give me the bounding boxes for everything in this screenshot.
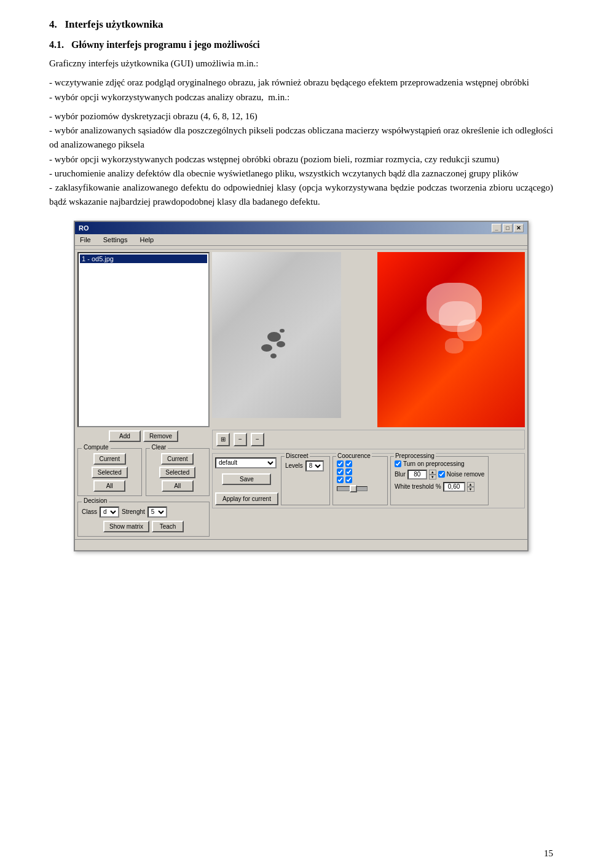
light-spot-4	[445, 338, 463, 353]
images-row	[212, 252, 525, 427]
menu-bar: File Settings Help	[75, 234, 527, 246]
cooc-slider-thumb	[350, 485, 357, 492]
preprocessing-group-label: Preprocessing	[394, 452, 436, 459]
menu-file[interactable]: File	[77, 235, 93, 244]
left-panel: 1 - od5.jpg Add Remove Compute Current S…	[77, 252, 210, 537]
compute-group: Compute Current Selected All	[77, 448, 142, 496]
light-spot-3	[457, 320, 482, 341]
cooc-cb-6[interactable]	[345, 476, 352, 483]
profile-select[interactable]: default	[215, 457, 277, 468]
paragraph-3: - wybór poziomów dyskretyzacji obrazu (4…	[49, 109, 553, 210]
cooc-slider-wrap	[337, 486, 384, 492]
save-button[interactable]: Save	[222, 473, 271, 485]
matrix-teach-row: Show matrix Teach	[82, 521, 205, 532]
selected-compute-row: Selected	[82, 467, 138, 478]
white-threshold-down-btn[interactable]: ▼	[467, 487, 474, 492]
cooc-cb-2[interactable]	[345, 460, 352, 467]
remove-button[interactable]: Remove	[143, 430, 178, 442]
preprocessing-group: Preprocessing Turn on preprocessing Blur…	[390, 456, 489, 505]
cooc-cb-1[interactable]	[337, 460, 344, 467]
cooc-cb-4[interactable]	[345, 468, 352, 475]
red-image-panel	[377, 252, 525, 427]
grid-icon-button[interactable]: ⊞	[216, 433, 230, 446]
defect-spot-3	[277, 341, 285, 347]
subsection-title: Główny interfejs programu i jego możliwo…	[71, 39, 260, 50]
compute-btn-row: Current	[82, 453, 138, 465]
blur-input[interactable]	[407, 470, 427, 479]
defect-spot-2	[261, 344, 272, 352]
white-threshold-input[interactable]	[443, 482, 465, 492]
cooc-cb-3[interactable]	[337, 468, 344, 475]
noise-remove-cb[interactable]	[438, 471, 445, 478]
turn-on-preprocessing-cb[interactable]	[395, 460, 401, 467]
blur-row: Blur ▲ ▼ Noise remove	[395, 470, 485, 479]
levels-row: Levels 8	[285, 460, 326, 471]
menu-help[interactable]: Help	[137, 235, 156, 244]
cooc-slider[interactable]	[337, 486, 368, 491]
blur-label: Blur	[395, 471, 406, 478]
paragraph-1: Graficzny interfejs użytkownika (GUI) um…	[49, 57, 553, 71]
strenght-select[interactable]: 5	[148, 507, 167, 518]
turn-on-label: Turn on preprocessing	[403, 460, 465, 467]
maximize-button[interactable]: □	[503, 224, 513, 232]
selected-compute-button[interactable]: Selected	[92, 467, 128, 478]
paragraph-2: - wczytywanie zdjęć oraz podgląd orygina…	[49, 76, 553, 105]
file-item[interactable]: 1 - od5.jpg	[80, 254, 207, 263]
all-compute-button[interactable]: All	[93, 480, 125, 492]
turn-on-row: Turn on preprocessing	[395, 460, 485, 467]
all-clear-row: All	[150, 480, 206, 492]
blur-down-btn[interactable]: ▼	[429, 475, 436, 479]
minimize-button[interactable]: _	[492, 224, 502, 232]
app-title: RO	[79, 224, 89, 232]
apply-for-current-button[interactable]: Applay for current	[215, 492, 278, 505]
selected-clear-row: Selected	[150, 467, 206, 478]
minus-button-2[interactable]: −	[251, 433, 264, 446]
discreet-group-label: Discreet	[285, 452, 310, 459]
profile-dropdown-row: default	[215, 457, 278, 468]
teach-button[interactable]: Teach	[152, 521, 184, 532]
page-number: 15	[544, 848, 553, 859]
class-select[interactable]: d	[100, 507, 119, 518]
clear-group: Clear Current Selected All	[146, 448, 210, 496]
show-matrix-button[interactable]: Show matrix	[103, 521, 149, 532]
gray-image-panel	[212, 252, 341, 418]
main-content: 1 - od5.jpg Add Remove Compute Current S…	[75, 250, 527, 539]
current-compute-button[interactable]: Current	[93, 453, 126, 465]
strenght-label: Strenght	[122, 508, 145, 515]
add-button[interactable]: Add	[109, 430, 141, 442]
white-threshold-row: White treshold % ▲ ▼	[395, 482, 485, 492]
levels-select[interactable]: 8	[305, 460, 324, 471]
selected-clear-button[interactable]: Selected	[159, 467, 195, 478]
cooc-row-3	[337, 476, 384, 483]
settings-panel: default Save Applay for current Discreet…	[212, 453, 525, 508]
close-button[interactable]: ✕	[514, 224, 524, 232]
compute-group-label: Compute	[82, 444, 111, 451]
section-number: 4.	[49, 18, 57, 30]
section-heading: 4. Interfejs użytkownika	[49, 18, 553, 31]
center-panel: ⊞ − − default Save Applay	[212, 252, 525, 537]
all-clear-button[interactable]: All	[162, 480, 194, 492]
class-label: Class	[82, 508, 97, 515]
menu-settings[interactable]: Settings	[101, 235, 130, 244]
section-title: Interfejs użytkownika	[65, 18, 163, 30]
cooc-row-2	[337, 468, 384, 475]
white-threshold-up-btn[interactable]: ▲	[467, 482, 474, 487]
defect-spot-1	[267, 332, 281, 342]
decision-group: Decision Class d Strenght 5 Show matrix …	[77, 502, 210, 537]
cooc-cb-5[interactable]	[337, 476, 344, 483]
add-remove-row: Add Remove	[77, 430, 210, 442]
current-clear-button[interactable]: Current	[161, 453, 194, 465]
minus-button-1[interactable]: −	[234, 433, 247, 446]
bottom-controls: ⊞ − −	[212, 430, 525, 449]
current-clear-row: Current	[150, 453, 206, 465]
white-threshold-label: White treshold %	[395, 483, 441, 490]
defect-spot-5	[280, 329, 285, 333]
blur-up-btn[interactable]: ▲	[429, 470, 436, 475]
file-list[interactable]: 1 - od5.jpg	[77, 252, 210, 427]
subsection-heading: 4.1. Główny interfejs programu i jego mo…	[49, 39, 553, 50]
clear-group-label: Clear	[150, 444, 168, 451]
cooc-row-1	[337, 460, 384, 467]
levels-label: Levels	[285, 462, 303, 469]
app-window: RO _ □ ✕ File Settings Help 1 - od5.jpg …	[74, 221, 529, 551]
title-bar-controls: _ □ ✕	[492, 224, 524, 232]
